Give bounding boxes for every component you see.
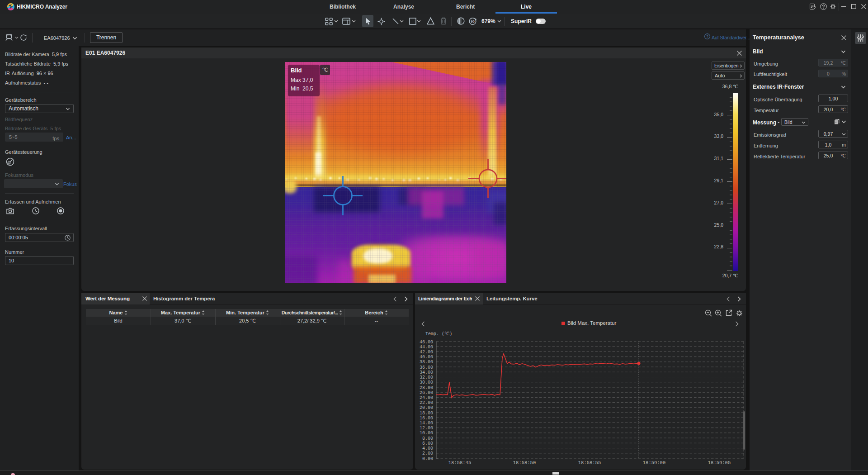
svg-text:30.00: 30.00 <box>420 380 433 385</box>
svg-text:26.00: 26.00 <box>420 390 433 395</box>
svg-text:12.00: 12.00 <box>420 426 433 431</box>
svg-text:0.00: 0.00 <box>422 456 433 461</box>
svg-text:44.00: 44.00 <box>420 345 433 350</box>
svg-text:18:58:55: 18:58:55 <box>578 460 601 466</box>
svg-text:18:59:00: 18:59:00 <box>643 460 665 466</box>
svg-text:?: ? <box>706 35 708 39</box>
svg-text:10.00: 10.00 <box>420 431 433 436</box>
svg-text:18:59:05: 18:59:05 <box>708 460 731 466</box>
svg-text:2.00: 2.00 <box>422 451 433 456</box>
svg-text:24.00: 24.00 <box>420 395 433 400</box>
svg-text:20.00: 20.00 <box>420 405 433 410</box>
svg-text:6.00: 6.00 <box>422 441 433 446</box>
svg-text:14.00: 14.00 <box>420 421 433 426</box>
svg-text:36.00: 36.00 <box>420 365 433 370</box>
svg-text:18:58:50: 18:58:50 <box>513 460 536 466</box>
svg-text:22.00: 22.00 <box>420 400 433 405</box>
svg-text:46.00: 46.00 <box>420 340 433 345</box>
svg-text:8.00: 8.00 <box>422 436 433 441</box>
svg-text:4.00: 4.00 <box>422 446 433 451</box>
svg-text:16.00: 16.00 <box>420 416 433 421</box>
svg-text:42.00: 42.00 <box>420 350 433 355</box>
svg-text:18.00: 18.00 <box>420 411 433 416</box>
svg-text:34.00: 34.00 <box>420 370 433 375</box>
svg-text:32.00: 32.00 <box>420 375 433 380</box>
svg-text:38.00: 38.00 <box>420 360 433 365</box>
svg-text:28.00: 28.00 <box>420 385 433 390</box>
svg-text:90: 90 <box>471 19 474 24</box>
svg-text:40.00: 40.00 <box>420 355 433 360</box>
svg-text:18:58:45: 18:58:45 <box>448 460 471 466</box>
